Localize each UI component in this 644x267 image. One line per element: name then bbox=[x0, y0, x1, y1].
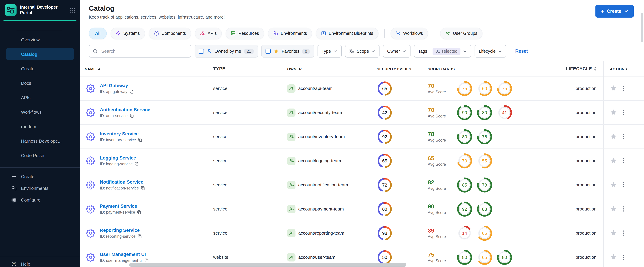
copy-icon[interactable] bbox=[130, 90, 134, 94]
brand-title: Internal Developer Portal bbox=[20, 4, 60, 16]
entity-name-link[interactable]: Payment Service bbox=[100, 204, 141, 209]
tab-resources[interactable]: Resources bbox=[226, 28, 264, 39]
sidebar-item-catalog[interactable]: Catalog bbox=[6, 48, 74, 60]
systems-icon bbox=[116, 31, 121, 36]
security-issues-cell: 88 bbox=[369, 197, 419, 221]
kebab-menu-icon[interactable] bbox=[623, 158, 624, 164]
scope-filter-dropdown[interactable]: Scope bbox=[345, 45, 380, 58]
security-issues-donut: 42 bbox=[377, 104, 392, 120]
column-header-name[interactable]: NAME bbox=[80, 61, 208, 76]
entity-gear-icon bbox=[86, 228, 95, 238]
sidebar-item-create[interactable]: Create bbox=[6, 63, 74, 74]
favorite-star-icon[interactable] bbox=[610, 205, 617, 212]
type-cell: service bbox=[208, 125, 283, 148]
sidebar-item-environments[interactable]: Environments bbox=[0, 182, 80, 194]
vertical-scrollbar-thumb[interactable] bbox=[641, 13, 643, 42]
help-icon: ? bbox=[11, 261, 17, 267]
tab-user-groups[interactable]: User Groups bbox=[440, 28, 482, 39]
sidebar-item-code-pulse[interactable]: Code Pulse bbox=[6, 150, 74, 161]
svg-text:75: 75 bbox=[502, 86, 507, 91]
kebab-menu-icon[interactable] bbox=[623, 182, 624, 188]
type-filter-dropdown[interactable]: Type bbox=[317, 45, 342, 58]
security-issues-donut: 88 bbox=[377, 201, 392, 217]
entity-name-link[interactable]: API Gateway bbox=[100, 83, 134, 88]
scorecard-ring: 70 bbox=[456, 152, 473, 169]
tab-environments[interactable]: Environments bbox=[268, 28, 312, 39]
sidebar-item-create[interactable]: Create bbox=[0, 170, 80, 182]
security-issues-cell: 72 bbox=[369, 173, 419, 197]
sidebar-item-harness-develope-[interactable]: Harness Develope... bbox=[6, 135, 74, 147]
copy-icon[interactable] bbox=[137, 210, 141, 214]
scorecards-cell: 39Avg Score1465 bbox=[419, 221, 552, 245]
kebab-menu-icon[interactable] bbox=[623, 133, 624, 140]
favorite-star-icon[interactable] bbox=[610, 109, 617, 116]
entity-name-link[interactable]: Notification Service bbox=[100, 180, 145, 185]
hexagons-icon bbox=[11, 185, 17, 191]
owner-filter-dropdown[interactable]: Owner bbox=[383, 45, 411, 58]
column-header-lifecycle[interactable]: LIFECYCLE bbox=[552, 61, 603, 76]
entity-name-link[interactable]: User Management UI bbox=[100, 252, 149, 257]
favorite-star-icon[interactable] bbox=[610, 85, 617, 92]
search-input[interactable] bbox=[100, 48, 187, 54]
horizontal-scrollbar-thumb[interactable] bbox=[129, 263, 406, 267]
sidebar-item-help[interactable]: ? Help bbox=[0, 258, 80, 267]
lifecycle-filter-dropdown[interactable]: Lifecycle bbox=[475, 45, 506, 58]
svg-text:42: 42 bbox=[382, 110, 387, 115]
copy-icon[interactable] bbox=[138, 234, 142, 238]
sidebar-item-overview[interactable]: Overview bbox=[6, 34, 74, 46]
tab-environment-blueprints[interactable]: Environment Blueprints bbox=[316, 28, 378, 39]
favorite-star-icon[interactable] bbox=[610, 157, 617, 164]
tab-all[interactable]: All bbox=[89, 28, 107, 39]
kebab-menu-icon[interactable] bbox=[623, 85, 624, 92]
svg-text:65: 65 bbox=[482, 230, 487, 236]
sidebar-nav: OverviewCatalogCreateDocsAPIsWorkflowsra… bbox=[0, 32, 80, 162]
sidebar-item-workflows[interactable]: Workflows bbox=[6, 106, 74, 118]
favorite-star-icon[interactable] bbox=[610, 230, 617, 237]
copy-icon[interactable] bbox=[145, 258, 149, 262]
sidebar-item-docs[interactable]: Docs bbox=[6, 77, 74, 89]
kebab-menu-icon[interactable] bbox=[623, 254, 624, 260]
reset-button[interactable]: Reset bbox=[515, 48, 528, 54]
copy-icon[interactable] bbox=[135, 162, 139, 166]
copy-icon[interactable] bbox=[130, 114, 134, 118]
favorite-star-icon[interactable] bbox=[610, 254, 617, 261]
favorite-star-icon[interactable] bbox=[610, 181, 617, 188]
lifecycle-cell: production bbox=[552, 221, 603, 245]
sidebar-item-configure[interactable]: Configure bbox=[0, 194, 80, 206]
favorites-filter[interactable]: Favorites 0 bbox=[262, 45, 314, 58]
app-grid-icon[interactable] bbox=[70, 7, 76, 13]
owned-by-me-filter[interactable]: Owned by me 21 bbox=[194, 45, 258, 58]
sidebar-item-apis[interactable]: APIs bbox=[6, 92, 74, 103]
kebab-menu-icon[interactable] bbox=[623, 230, 624, 236]
create-button[interactable]: + Create bbox=[596, 5, 634, 18]
svg-text:60: 60 bbox=[482, 86, 487, 91]
copy-icon[interactable] bbox=[138, 138, 142, 142]
tab-systems[interactable]: Systems bbox=[110, 28, 145, 39]
entity-name-link[interactable]: Logging Service bbox=[100, 156, 139, 160]
owned-by-me-checkbox[interactable] bbox=[199, 48, 204, 54]
tab-components[interactable]: Components bbox=[149, 28, 191, 39]
entity-gear-icon bbox=[86, 180, 95, 189]
entity-name-link[interactable]: Authentication Service bbox=[100, 107, 150, 112]
entity-name-link[interactable]: Inventory Service bbox=[100, 131, 142, 136]
kebab-menu-icon[interactable] bbox=[623, 109, 624, 116]
name-cell: Notification ServiceID: notification-ser… bbox=[80, 173, 208, 197]
scorecard-ring: 14 bbox=[456, 225, 473, 241]
favorite-star-icon[interactable] bbox=[610, 133, 617, 140]
sidebar-item-random[interactable]: random bbox=[6, 120, 74, 132]
entity-id: ID: reporting-service bbox=[100, 234, 142, 238]
column-header-security-issues: SECURITY ISSUES bbox=[369, 61, 419, 76]
tags-filter-dropdown[interactable]: Tags 01 selected bbox=[414, 45, 471, 58]
entity-name-link[interactable]: Reporting Service bbox=[100, 228, 142, 233]
entity-gear-icon bbox=[86, 253, 95, 262]
search-box[interactable] bbox=[89, 45, 191, 58]
sidebar-item-label: Help bbox=[21, 261, 30, 266]
avg-score: 90Avg Score bbox=[428, 204, 452, 214]
scorecards-cell: 70Avg Score756075 bbox=[419, 76, 552, 100]
lifecycle-cell: production bbox=[552, 173, 603, 197]
copy-icon[interactable] bbox=[141, 186, 145, 190]
favorites-checkbox[interactable] bbox=[266, 48, 271, 54]
kebab-menu-icon[interactable] bbox=[623, 206, 624, 212]
tab-workflows[interactable]: Workflows bbox=[390, 28, 428, 39]
tab-apis[interactable]: APIs bbox=[195, 28, 222, 39]
